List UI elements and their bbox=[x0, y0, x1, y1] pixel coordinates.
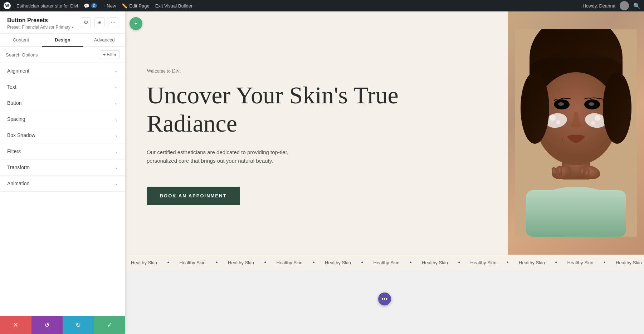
preset-dropdown-icon: ▾ bbox=[72, 25, 74, 29]
ticker-item: Healthy Skin bbox=[131, 260, 157, 265]
admin-bar: W Esthetician starter site for Divi 💬 0 … bbox=[0, 0, 644, 11]
site-name-link[interactable]: Esthetician starter site for Divi bbox=[16, 3, 78, 9]
more-options-button[interactable]: ••• bbox=[378, 293, 391, 305]
ticker-dot: • bbox=[507, 259, 509, 265]
save-button[interactable]: ✓ bbox=[94, 316, 126, 334]
svg-point-18 bbox=[603, 72, 631, 144]
option-row-spacing[interactable]: Spacing ⌄ bbox=[0, 111, 125, 127]
chevron-down-icon: ⌄ bbox=[114, 181, 118, 186]
ticker-item: Healthy Skin bbox=[228, 260, 254, 265]
chevron-down-icon: ⌄ bbox=[114, 117, 118, 122]
option-label-alignment: Alignment bbox=[7, 68, 29, 74]
tab-design[interactable]: Design bbox=[42, 34, 84, 47]
howdy-text: Howdy, Deanna bbox=[582, 3, 615, 9]
chevron-down-icon: ⌄ bbox=[114, 68, 118, 73]
ticker-dot: • bbox=[313, 259, 315, 265]
ticker-item: Healthy Skin bbox=[277, 260, 303, 265]
svg-point-9 bbox=[558, 102, 564, 106]
svg-point-15 bbox=[595, 115, 600, 121]
admin-bar-right: Howdy, Deanna 🔍 bbox=[582, 1, 640, 10]
ticker-item: Healthy Skin bbox=[567, 260, 594, 265]
new-button[interactable]: + New bbox=[103, 3, 116, 9]
sidebar-title-group: Button Presets Preset: Financial Advisor… bbox=[7, 17, 74, 30]
exit-builder-link[interactable]: Exit Visual Builder bbox=[155, 3, 193, 9]
layout-icon-btn[interactable]: ⊞ bbox=[94, 17, 104, 27]
tab-content[interactable]: Content bbox=[0, 34, 42, 47]
settings-icon-btn[interactable]: ⚙ bbox=[81, 17, 91, 27]
ticker-item: Healthy Skin bbox=[374, 260, 400, 265]
svg-point-16 bbox=[591, 121, 595, 125]
sidebar-search-bar: + Filter bbox=[0, 47, 125, 63]
option-row-alignment[interactable]: Alignment ⌄ bbox=[0, 63, 125, 79]
discard-button[interactable]: ✕ bbox=[0, 316, 31, 334]
redo-button[interactable]: ↻ bbox=[63, 316, 94, 334]
ticker-dot: • bbox=[167, 259, 169, 265]
option-label-filters: Filters bbox=[7, 148, 21, 154]
svg-point-10 bbox=[589, 102, 594, 106]
option-label-text: Text bbox=[7, 84, 16, 90]
svg-point-17 bbox=[521, 72, 549, 144]
option-label-spacing: Spacing bbox=[7, 116, 25, 122]
ticker-content: Healthy Skin • Healthy Skin • Healthy Sk… bbox=[125, 259, 644, 266]
hero-face-svg bbox=[515, 29, 637, 237]
option-row-text[interactable]: Text ⌄ bbox=[0, 79, 125, 95]
option-row-filters[interactable]: Filters ⌄ bbox=[0, 143, 125, 159]
search-icon[interactable]: 🔍 bbox=[633, 3, 640, 9]
sidebar-options-list: Alignment ⌄ Text ⌄ Button ⌄ Spacing ⌄ Bo… bbox=[0, 63, 125, 317]
option-row-button[interactable]: Button ⌄ bbox=[0, 95, 125, 111]
more-dots-icon: ••• bbox=[382, 296, 388, 302]
avatar[interactable] bbox=[620, 1, 629, 10]
option-row-transform[interactable]: Transform ⌄ bbox=[0, 159, 125, 176]
sidebar-header-icons: ⚙ ⊞ ⋯ bbox=[81, 17, 118, 27]
ticker-dot: • bbox=[264, 259, 266, 265]
ticker-item: Healthy Skin bbox=[616, 260, 642, 265]
hero-title: Uncover Your Skin's True Radiance bbox=[147, 81, 487, 137]
sidebar-tabs: Content Design Advanced bbox=[0, 34, 125, 47]
sidebar-preset[interactable]: Preset: Financial Advisor Primary ▾ bbox=[7, 25, 74, 30]
svg-point-14 bbox=[556, 120, 560, 124]
sidebar-header-top: Button Presets Preset: Financial Advisor… bbox=[7, 17, 118, 30]
book-appointment-button[interactable]: BOOK AN APPOINMENT bbox=[147, 187, 240, 205]
comments-count: 0 bbox=[91, 3, 97, 8]
bottom-action-bar: ✕ ↺ ↻ ✓ bbox=[0, 316, 125, 334]
divi-builder-float-button[interactable]: ✦ bbox=[130, 17, 142, 30]
ticker-bar: Healthy Skin • Healthy Skin • Healthy Sk… bbox=[125, 255, 644, 270]
ticker-dot: • bbox=[410, 259, 412, 265]
ticker-item: Healthy Skin bbox=[422, 260, 448, 265]
filter-button[interactable]: + Filter bbox=[100, 50, 119, 59]
option-label-button: Button bbox=[7, 100, 21, 106]
ticker-dot: • bbox=[216, 259, 218, 265]
chevron-down-icon: ⌄ bbox=[114, 165, 118, 170]
hero-left: Welcome to Divi Uncover Your Skin's True… bbox=[125, 11, 508, 255]
chevron-down-icon: ⌄ bbox=[114, 133, 118, 138]
ticker-dot: • bbox=[458, 259, 460, 265]
svg-point-13 bbox=[550, 115, 556, 121]
option-label-transform: Transform bbox=[7, 164, 30, 170]
option-row-animation[interactable]: Animation ⌄ bbox=[0, 176, 125, 192]
hero-image-placeholder bbox=[508, 11, 644, 255]
svg-rect-5 bbox=[526, 190, 626, 237]
ticker-item: Healthy Skin bbox=[519, 260, 545, 265]
option-row-box-shadow[interactable]: Box Shadow ⌄ bbox=[0, 127, 125, 143]
hero-welcome-text: Welcome to Divi bbox=[147, 68, 487, 74]
ticker-dot: • bbox=[604, 259, 606, 265]
main-content: Welcome to Divi Uncover Your Skin's True… bbox=[125, 11, 644, 316]
hero-image bbox=[508, 11, 644, 255]
edit-page-link[interactable]: ✏️ Edit Page bbox=[122, 3, 149, 9]
hero-section: Welcome to Divi Uncover Your Skin's True… bbox=[125, 11, 644, 255]
comments-link[interactable]: 💬 0 bbox=[84, 3, 97, 9]
wp-logo-icon[interactable]: W bbox=[4, 2, 11, 9]
sidebar: Button Presets Preset: Financial Advisor… bbox=[0, 11, 125, 334]
search-input[interactable] bbox=[6, 52, 97, 58]
divi-icon: ✦ bbox=[134, 21, 138, 26]
hero-description: Our certified estheticians are dedicated… bbox=[147, 148, 297, 165]
undo-button[interactable]: ↺ bbox=[31, 316, 63, 334]
option-label-animation: Animation bbox=[7, 181, 29, 186]
tab-advanced[interactable]: Advanced bbox=[83, 34, 125, 47]
ticker-item: Healthy Skin bbox=[180, 260, 206, 265]
more-options-icon-btn[interactable]: ⋯ bbox=[108, 17, 118, 27]
option-label-box-shadow: Box Shadow bbox=[7, 132, 35, 138]
sidebar-title: Button Presets bbox=[7, 17, 74, 24]
ticker-dot: • bbox=[361, 259, 363, 265]
ticker-dot: • bbox=[555, 259, 557, 265]
